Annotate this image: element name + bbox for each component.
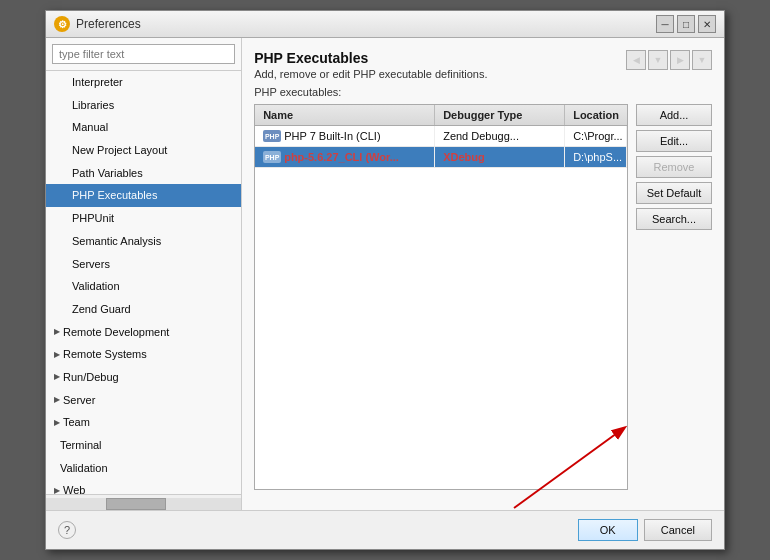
right-panel: PHP Executables Add, remove or edit PHP … <box>242 38 724 510</box>
tree-item-phpunit[interactable]: PHPUnit <box>46 207 241 230</box>
table-row[interactable]: PHP PHP 7 Built-In (CLI) Zend Debugg... … <box>255 126 627 147</box>
add-button[interactable]: Add... <box>636 104 712 126</box>
tree-item-validation[interactable]: Validation <box>46 457 241 480</box>
nav-dropdown-button[interactable]: ▼ <box>648 50 668 70</box>
action-buttons: Add... Edit... Remove Set Default Search… <box>636 104 712 490</box>
table-row[interactable]: PHP php-5.6.27_CLI (Wor... XDebug D:\php… <box>255 147 627 168</box>
tree-group-remote-development[interactable]: ▶ Remote Development <box>46 321 241 344</box>
cancel-button[interactable]: Cancel <box>644 519 712 541</box>
php-icon-small: PHP <box>263 151 281 163</box>
executables-table: Name Debugger Type Location PHP PHP 7 Bu… <box>254 104 628 490</box>
cell-name-1: PHP php-5.6.27_CLI (Wor... <box>255 147 435 167</box>
collapse-icon: ▶ <box>54 348 60 362</box>
nav-dropdown2-button[interactable]: ▼ <box>692 50 712 70</box>
h-scroll-thumb[interactable] <box>106 498 166 510</box>
tree-item-libraries[interactable]: Libraries <box>46 94 241 117</box>
search-button[interactable]: Search... <box>636 208 712 230</box>
forward-button[interactable]: ▶ <box>670 50 690 70</box>
page-description: Add, remove or edit PHP executable defin… <box>254 68 487 80</box>
ok-button[interactable]: OK <box>578 519 638 541</box>
php-icon: PHP <box>263 130 281 142</box>
tree-item-interpreter[interactable]: Interpreter <box>46 71 241 94</box>
cell-debugger-0: Zend Debugg... <box>435 126 565 146</box>
col-debugger: Debugger Type <box>435 105 565 125</box>
nav-arrows: ◀ ▼ ▶ ▼ <box>626 50 712 70</box>
back-button[interactable]: ◀ <box>626 50 646 70</box>
tree-item-php-executables[interactable]: PHP Executables <box>46 184 241 207</box>
page-sub-label: PHP executables: <box>254 86 712 98</box>
tree-item-manual[interactable]: Manual <box>46 116 241 139</box>
horizontal-scrollbar[interactable] <box>46 494 241 510</box>
filter-input[interactable] <box>52 44 235 64</box>
dialog-icon: ⚙ <box>54 16 70 32</box>
tree-item-validation-php[interactable]: Validation <box>46 275 241 298</box>
window-controls: ─ □ ✕ <box>656 15 716 33</box>
dialog-body: Interpreter Libraries Manual New Project… <box>46 38 724 510</box>
xdebug-text: XDebug <box>443 151 485 163</box>
close-button[interactable]: ✕ <box>698 15 716 33</box>
dialog-footer: ? OK Cancel <box>46 510 724 549</box>
tree-item-semantic-analysis[interactable]: Semantic Analysis <box>46 230 241 253</box>
title-bar: ⚙ Preferences ─ □ ✕ <box>46 11 724 38</box>
group-label: Run/Debug <box>63 368 119 387</box>
dialog-buttons: OK Cancel <box>578 519 712 541</box>
xdebug-label: php-5.6.27_CLI (Wor... <box>284 151 399 163</box>
collapse-icon: ▶ <box>54 416 60 430</box>
collapse-icon: ▶ <box>54 484 60 494</box>
col-location: Location <box>565 105 627 125</box>
collapse-icon: ▶ <box>54 325 60 339</box>
tree-item-new-project-layout[interactable]: New Project Layout <box>46 139 241 162</box>
group-label: Remote Development <box>63 323 169 342</box>
tree-group-server[interactable]: ▶ Server <box>46 389 241 412</box>
h-scroll-track[interactable] <box>46 498 241 510</box>
dialog-title: Preferences <box>76 17 141 31</box>
tree-item-path-variables[interactable]: Path Variables <box>46 162 241 185</box>
collapse-icon: ▶ <box>54 370 60 384</box>
collapse-icon: ▶ <box>54 393 60 407</box>
name-text-0: PHP 7 Built-In (CLI) <box>284 130 380 142</box>
col-name: Name <box>255 105 435 125</box>
table-header: Name Debugger Type Location <box>255 105 627 126</box>
title-bar-left: ⚙ Preferences <box>54 16 141 32</box>
group-label: Team <box>63 413 90 432</box>
tree-item-zend-guard[interactable]: Zend Guard <box>46 298 241 321</box>
table-section: Name Debugger Type Location PHP PHP 7 Bu… <box>254 104 712 490</box>
page-header-text: PHP Executables Add, remove or edit PHP … <box>254 50 487 80</box>
group-label: Remote Systems <box>63 345 147 364</box>
minimize-button[interactable]: ─ <box>656 15 674 33</box>
cell-location-1: D:\phpS... <box>565 147 627 167</box>
group-label: Web <box>63 481 85 494</box>
edit-button[interactable]: Edit... <box>636 130 712 152</box>
left-panel: Interpreter Libraries Manual New Project… <box>46 38 242 510</box>
set-default-button[interactable]: Set Default <box>636 182 712 204</box>
remove-button[interactable]: Remove <box>636 156 712 178</box>
maximize-button[interactable]: □ <box>677 15 695 33</box>
group-label: Server <box>63 391 95 410</box>
tree-group-run-debug[interactable]: ▶ Run/Debug <box>46 366 241 389</box>
cell-debugger-1: XDebug <box>435 147 565 167</box>
tree-group-remote-systems[interactable]: ▶ Remote Systems <box>46 343 241 366</box>
cell-location-0: C:\Progr... <box>565 126 627 146</box>
tree-area: Interpreter Libraries Manual New Project… <box>46 71 241 494</box>
help-button[interactable]: ? <box>58 521 76 539</box>
table-body: PHP PHP 7 Built-In (CLI) Zend Debugg... … <box>255 126 627 489</box>
cell-name-0: PHP PHP 7 Built-In (CLI) <box>255 126 435 146</box>
tree-group-web[interactable]: ▶ Web <box>46 479 241 494</box>
filter-wrap <box>46 38 241 71</box>
tree-item-terminal[interactable]: Terminal <box>46 434 241 457</box>
tree-item-servers[interactable]: Servers <box>46 253 241 276</box>
page-title: PHP Executables <box>254 50 487 66</box>
preferences-dialog: ⚙ Preferences ─ □ ✕ Interpreter Librarie… <box>45 10 725 550</box>
tree-group-team[interactable]: ▶ Team <box>46 411 241 434</box>
page-header: PHP Executables Add, remove or edit PHP … <box>254 50 712 80</box>
